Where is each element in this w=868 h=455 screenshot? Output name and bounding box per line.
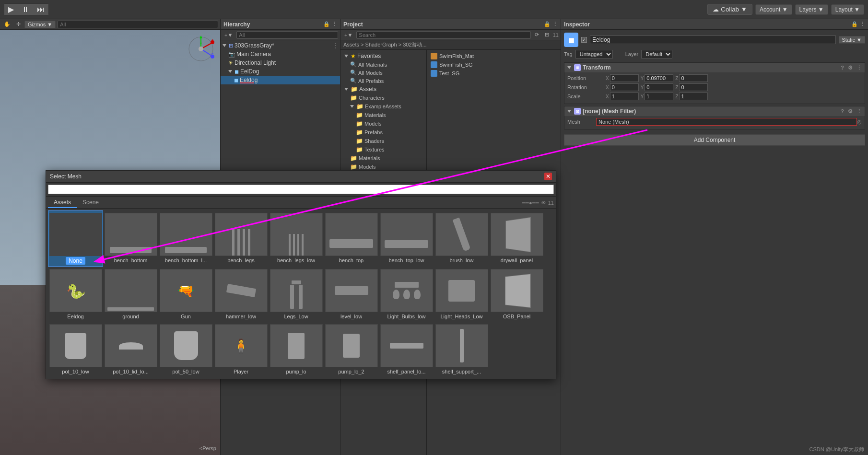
mesh-item-light-heads-low[interactable]: Light_Heads_Low <box>434 267 489 322</box>
pos-z-input[interactable] <box>679 74 708 82</box>
project-search[interactable] <box>356 31 530 39</box>
mesh-item-pump-lo2[interactable]: pump_lo_2 <box>324 322 379 377</box>
transform-help-icon[interactable]: ? <box>841 65 844 70</box>
project-add-btn[interactable]: +▼ <box>342 32 354 38</box>
mesh-item-gun[interactable]: 🔫 Gun <box>158 267 213 322</box>
rot-y-input[interactable] <box>645 83 673 91</box>
mesh-item-pump-lo[interactable]: pump_lo <box>269 322 324 377</box>
pos-x-input[interactable] <box>610 74 639 82</box>
dialog-tab-assets[interactable]: Assets <box>48 198 77 208</box>
inspector-menu-icon[interactable]: ⋮ <box>860 21 865 27</box>
tag-select[interactable]: Untagged <box>575 50 613 58</box>
mesh-item-shelf-support[interactable]: shelf_support_... <box>434 322 489 377</box>
mesh-item-bench-top[interactable]: bench_top <box>324 210 379 267</box>
transform-settings-icon[interactable]: ⚙ <box>848 65 853 71</box>
mesh-filter-help-icon[interactable]: ? <box>841 108 844 114</box>
static-button[interactable]: Static ▼ <box>839 36 865 44</box>
mesh-item-bench-bottom-l[interactable]: bench_bottom_l... <box>158 210 213 267</box>
mesh-item-osb-panel[interactable]: OSB_Panel <box>489 267 544 322</box>
scene-tool-hand[interactable]: ✋ <box>2 21 12 28</box>
mesh-name-pump-lo: pump_lo <box>286 369 306 374</box>
materials-sub-item[interactable]: 📁 Materials <box>340 111 426 119</box>
mesh-item-pot50-low[interactable]: pot_50_low <box>158 322 213 377</box>
rot-z-input[interactable] <box>679 83 708 91</box>
models-sub-item[interactable]: 📁 Models <box>340 119 426 128</box>
mesh-item-bench-top-low[interactable]: bench_top_low <box>379 210 434 267</box>
mesh-filter-overflow-icon[interactable]: ⋮ <box>856 108 862 115</box>
mesh-item-light-bulbs-low[interactable]: Light_Bulbs_low <box>379 267 434 322</box>
select-mesh-dialog[interactable]: Select Mesh ✕ Assets Scene ━━●━━ 👁 11 No… <box>46 170 556 379</box>
scene-tool-move[interactable]: ✛ <box>14 21 23 28</box>
mesh-filter-settings-icon[interactable]: ⚙ <box>848 108 853 115</box>
mesh-item-none[interactable]: None <box>48 210 103 267</box>
materials-root-item[interactable]: 📁 Materials <box>340 154 426 163</box>
hierarchy-menu-icon[interactable]: ⋮ <box>332 21 337 27</box>
dialog-search-input[interactable] <box>48 185 554 194</box>
mesh-item-brush-low[interactable]: brush_low <box>434 210 489 267</box>
transform-overflow-icon[interactable]: ⋮ <box>856 65 862 71</box>
hierarchy-main-camera[interactable]: 📷 Main Camera <box>221 50 340 58</box>
hierarchy-scene-menu[interactable]: ⋮ <box>332 42 338 49</box>
mesh-item-bench-legs[interactable]: bench_legs <box>213 210 269 267</box>
hierarchy-eeldog-child[interactable]: ◼ Eeldog <box>221 76 340 84</box>
scale-y-input[interactable] <box>645 93 673 100</box>
mesh-item-pot10-lid[interactable]: pot_10_lid_lo... <box>103 322 158 377</box>
all-models-item[interactable]: 🔍 All Models <box>340 69 426 77</box>
mesh-item-pot10-low[interactable]: pot_10_low <box>48 322 103 377</box>
mesh-filter-header[interactable]: ⊠ [none] (Mesh Filter) ? ⚙ ⋮ <box>564 106 865 116</box>
step-button[interactable]: ⏭ <box>33 4 48 15</box>
add-component-button[interactable]: Add Component <box>564 134 865 146</box>
all-materials-item[interactable]: 🔍 All Materials <box>340 60 426 69</box>
object-active-checkbox[interactable] <box>581 37 587 43</box>
hierarchy-eeldog-parent[interactable]: ◼ EelDog <box>221 67 340 76</box>
pos-y-group: Y <box>641 74 674 82</box>
shaders-sub-item[interactable]: 📁 Shaders <box>340 137 426 145</box>
swimfish-sg-item[interactable]: SwimFish_SG <box>429 60 559 69</box>
mesh-name-light-bulbs-low: Light_Bulbs_low <box>387 314 425 319</box>
hierarchy-dir-light[interactable]: ☀ Directional Light <box>221 58 340 67</box>
mesh-item-shelf-panel[interactable]: shelf_panel_lo... <box>379 322 434 377</box>
characters-item[interactable]: 📁 Characters <box>340 93 426 102</box>
favorites-section[interactable]: ★ Favorites <box>340 52 426 60</box>
object-name-input[interactable] <box>590 35 836 44</box>
play-button[interactable]: ▶ <box>4 4 18 15</box>
mesh-item-bench-legs-low[interactable]: bench_legs_low <box>269 210 324 267</box>
gizmos-btn[interactable]: Gizmos ▼ <box>24 21 56 28</box>
assets-section[interactable]: 📁 Assets <box>340 85 426 93</box>
hierarchy-search[interactable] <box>236 31 338 39</box>
textures-sub-item[interactable]: 📁 Textures <box>340 145 426 154</box>
pos-y-input[interactable] <box>645 74 673 82</box>
hierarchy-scene-root[interactable]: ⊞ 303GrassGray* ⋮ <box>221 41 340 50</box>
rot-x-input[interactable] <box>610 83 639 91</box>
all-prefabs-item[interactable]: 🔍 All Prefabs <box>340 77 426 85</box>
project-sync-btn[interactable]: ⟳ <box>533 31 541 38</box>
project-menu-icon[interactable]: ⋮ <box>552 21 558 27</box>
hierarchy-add-btn[interactable]: +▼ <box>223 32 235 38</box>
mesh-item-level-low[interactable]: level_low <box>324 267 379 322</box>
mesh-item-legs-low[interactable]: Legs_Low <box>269 267 324 322</box>
mesh-target-icon[interactable]: ◎ <box>857 119 862 125</box>
example-assets-item[interactable]: 📁 ExampleAssets <box>340 102 426 111</box>
test-sg-item[interactable]: Test_SG <box>429 69 559 78</box>
project-filter-btn[interactable]: ⊞ <box>543 31 551 38</box>
scene-search-input[interactable] <box>58 21 218 28</box>
swimfish-mat-item[interactable]: SwimFish_Mat <box>429 52 559 60</box>
layout-button[interactable]: Layout ▼ <box>831 4 864 15</box>
mesh-item-hammer-low[interactable]: hammer_low <box>213 267 269 322</box>
mesh-item-eeldog[interactable]: 🐍 Eeldog <box>48 267 103 322</box>
layer-select[interactable]: Default <box>641 50 672 58</box>
mesh-item-bench-bottom[interactable]: bench_bottom <box>103 210 158 267</box>
mesh-item-drywall-panel[interactable]: drywall_panel <box>489 210 544 267</box>
account-button[interactable]: Account ▼ <box>755 4 792 15</box>
scale-z-input[interactable] <box>679 93 708 100</box>
dialog-close-button[interactable]: ✕ <box>544 173 552 180</box>
layers-button[interactable]: Layers ▼ <box>795 4 828 15</box>
pause-button[interactable]: ⏸ <box>18 4 33 15</box>
scale-x-input[interactable] <box>610 93 639 100</box>
mesh-item-ground[interactable]: ground <box>103 267 158 322</box>
transform-header[interactable]: ⊞ Transform ? ⚙ ⋮ <box>564 63 865 72</box>
prefabs-sub-item[interactable]: 📁 Prefabs <box>340 128 426 137</box>
collab-button[interactable]: ☁ Collab ▼ <box>707 4 752 15</box>
dialog-tab-scene[interactable]: Scene <box>77 198 105 208</box>
mesh-item-player[interactable]: 🧍 Player <box>213 322 269 377</box>
